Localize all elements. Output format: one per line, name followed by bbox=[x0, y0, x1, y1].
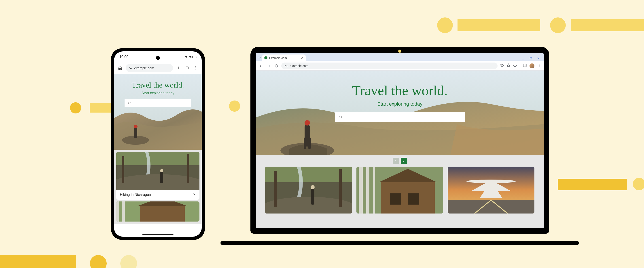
hero-title: Travel the world. bbox=[132, 81, 184, 89]
svg-point-10 bbox=[128, 102, 130, 104]
side-panel-button[interactable] bbox=[523, 63, 527, 68]
svg-point-28 bbox=[539, 66, 540, 67]
phone-frame: 10:00 example.com + bbox=[111, 48, 205, 240]
close-button[interactable] bbox=[536, 57, 541, 60]
hero-title: Travel the world. bbox=[352, 83, 448, 98]
search-input[interactable] bbox=[335, 112, 465, 122]
svg-rect-13 bbox=[160, 172, 163, 183]
svg-point-4 bbox=[196, 68, 196, 68]
browser-tab[interactable]: Example.com ✕ bbox=[262, 54, 306, 61]
laptop-screen: Example.com ✕ example.com bbox=[256, 53, 544, 228]
url-text: example.com bbox=[134, 66, 154, 70]
destination-cards bbox=[256, 167, 544, 214]
svg-rect-21 bbox=[122, 202, 125, 222]
destination-card[interactable] bbox=[265, 167, 352, 214]
minimize-button[interactable] bbox=[521, 57, 526, 60]
extensions-button[interactable] bbox=[513, 63, 517, 68]
tab-close-button[interactable]: ✕ bbox=[301, 56, 304, 60]
page-content: Travel the world. Start exploring today bbox=[256, 71, 544, 228]
svg-rect-52 bbox=[448, 200, 534, 214]
search-icon bbox=[339, 115, 342, 119]
wifi-icon bbox=[184, 56, 188, 58]
site-settings-icon bbox=[284, 64, 288, 67]
destination-card[interactable] bbox=[448, 167, 534, 214]
phone-camera-notch bbox=[156, 56, 160, 60]
battery-icon bbox=[192, 56, 196, 58]
svg-rect-18 bbox=[140, 206, 185, 222]
tab-strip: Example.com ✕ bbox=[256, 53, 544, 61]
hero-section: Travel the world. Start exploring today bbox=[114, 74, 202, 150]
svg-rect-53 bbox=[488, 191, 495, 198]
tab-search-button[interactable] bbox=[257, 55, 262, 60]
svg-point-40 bbox=[310, 185, 314, 189]
back-button[interactable] bbox=[258, 63, 264, 69]
svg-rect-39 bbox=[311, 189, 314, 205]
address-bar[interactable]: example.com bbox=[126, 64, 173, 72]
svg-point-3 bbox=[196, 66, 196, 67]
carousel-prev-button[interactable] bbox=[393, 158, 399, 164]
svg-point-26 bbox=[539, 64, 540, 64]
home-button[interactable] bbox=[117, 65, 123, 71]
laptop-lid: Example.com ✕ example.com bbox=[250, 47, 549, 234]
reload-button[interactable] bbox=[274, 63, 279, 69]
hero-section: Travel the world. Start exploring today bbox=[256, 71, 544, 155]
tab-title: Example.com bbox=[269, 56, 287, 60]
decoration-circle bbox=[70, 102, 81, 113]
browser-toolbar: example.com bbox=[256, 61, 544, 71]
overflow-menu-button[interactable] bbox=[537, 63, 541, 68]
carousel-next-button[interactable] bbox=[401, 158, 407, 164]
tab-favicon bbox=[264, 56, 268, 59]
profile-avatar[interactable] bbox=[530, 63, 534, 68]
svg-point-14 bbox=[160, 169, 163, 172]
svg-point-54 bbox=[466, 180, 516, 183]
svg-rect-0 bbox=[129, 67, 130, 68]
bookmark-button[interactable] bbox=[506, 63, 510, 68]
destination-card[interactable] bbox=[116, 202, 200, 222]
svg-rect-42 bbox=[339, 169, 342, 207]
tab-switcher-button[interactable] bbox=[184, 65, 190, 71]
decoration-bar bbox=[571, 19, 644, 31]
svg-rect-50 bbox=[373, 167, 375, 214]
svg-rect-47 bbox=[408, 193, 419, 205]
svg-rect-37 bbox=[265, 167, 352, 182]
destination-card[interactable] bbox=[356, 167, 443, 214]
svg-point-27 bbox=[539, 65, 540, 66]
forward-button[interactable] bbox=[266, 63, 272, 69]
url-text: example.com bbox=[290, 64, 308, 68]
address-bar[interactable]: example.com bbox=[281, 62, 498, 69]
mobile-toolbar: example.com + bbox=[114, 62, 202, 74]
overflow-menu-button[interactable] bbox=[193, 65, 198, 71]
toolbar-actions bbox=[500, 63, 541, 68]
destination-card[interactable]: Hiking in Nicaragua bbox=[116, 152, 200, 200]
incognito-off-icon[interactable] bbox=[500, 63, 504, 68]
svg-rect-2 bbox=[186, 67, 188, 69]
card-title-bar: Hiking in Nicaragua bbox=[116, 190, 200, 200]
laptop-base bbox=[220, 241, 579, 245]
decoration-circle bbox=[550, 17, 566, 33]
decoration-circle bbox=[120, 255, 137, 268]
svg-rect-23 bbox=[285, 65, 286, 65]
laptop-frame: Example.com ✕ example.com bbox=[247, 47, 552, 239]
hero-subtitle: Start exploring today bbox=[142, 91, 174, 95]
svg-rect-49 bbox=[366, 167, 370, 214]
svg-rect-41 bbox=[274, 171, 277, 207]
svg-rect-16 bbox=[187, 154, 189, 183]
svg-point-5 bbox=[196, 69, 196, 69]
svg-point-35 bbox=[340, 116, 342, 118]
decoration-bar bbox=[458, 19, 540, 31]
status-icons bbox=[184, 56, 196, 58]
laptop-camera bbox=[398, 50, 402, 53]
search-input[interactable] bbox=[124, 99, 191, 107]
search-icon bbox=[128, 101, 131, 105]
chevron-right-icon bbox=[192, 193, 196, 197]
svg-rect-25 bbox=[523, 64, 526, 67]
hero-overlay: Travel the world. Start exploring today bbox=[256, 71, 544, 155]
window-controls bbox=[521, 57, 544, 61]
status-time: 10:00 bbox=[120, 55, 128, 59]
card-title: Hiking in Nicaragua bbox=[120, 193, 151, 197]
gesture-handle[interactable] bbox=[142, 234, 174, 235]
maximize-button[interactable] bbox=[528, 57, 533, 60]
carousel-controls bbox=[256, 155, 544, 167]
site-settings-icon bbox=[129, 66, 132, 69]
new-tab-button[interactable]: + bbox=[176, 65, 182, 71]
